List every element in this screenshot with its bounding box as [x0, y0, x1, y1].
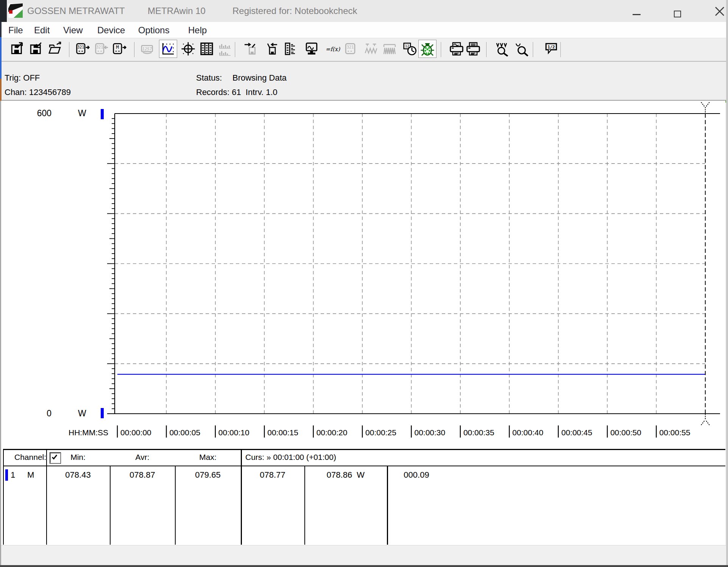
- y-axis-min-unit: W: [78, 408, 86, 419]
- menu-item-options[interactable]: Options: [138, 25, 170, 36]
- x-tick-label-00:00:45: 00:00:45: [561, 428, 592, 437]
- table-view-button[interactable]: [198, 40, 215, 58]
- menu-item-edit[interactable]: Edit: [34, 25, 50, 36]
- printer-icon: [466, 41, 481, 56]
- xy-view-button[interactable]: [179, 40, 197, 58]
- x-tick-label-00:00:15: 00:00:15: [267, 428, 298, 437]
- envelope-curves-button: [381, 40, 398, 58]
- table-column-divider: [110, 466, 111, 545]
- annotations-button[interactable]: 1/2: [542, 40, 560, 58]
- x-tick-label-00:00:40: 00:00:40: [512, 428, 543, 437]
- numeric-display-view-button: 1257: [139, 40, 156, 58]
- toolbar-separator: [134, 42, 135, 57]
- x-tick-label-00:00:10: 00:00:10: [218, 428, 249, 437]
- x-tick-label-00:00:35: 00:00:35: [463, 428, 494, 437]
- toolbar-separator: [235, 42, 236, 57]
- table-column-divider: [304, 466, 305, 545]
- crosshair-chart-icon: [181, 41, 196, 56]
- histogram-view-button: [216, 40, 234, 58]
- debug-mode-button[interactable]: [418, 40, 436, 58]
- waves-pair-icon: [364, 41, 379, 56]
- channel-list-icon: [284, 41, 299, 56]
- read-device-button[interactable]: 321: [74, 40, 92, 58]
- cell-min-value: 078.43: [55, 470, 101, 480]
- svg-text:=f(x): =f(x): [326, 46, 340, 53]
- x-axis-format-label: HH:MM:SS: [56, 428, 108, 437]
- time-sync-button[interactable]: 12: [401, 40, 419, 58]
- table-header-divider: [3, 466, 725, 466]
- export-data-button[interactable]: [242, 40, 259, 58]
- table-header-cursor: Curs: » 00:01:00 (+01:00): [245, 453, 336, 462]
- cell-delta-value: 000.09: [390, 470, 443, 480]
- table-header-max: Max:: [185, 453, 231, 462]
- x-tick-label-00:00:20: 00:00:20: [316, 428, 348, 437]
- save-export-button[interactable]: [8, 40, 26, 58]
- x-tick-label-00:00:30: 00:00:30: [414, 428, 445, 437]
- channel-color-marker: [5, 469, 8, 481]
- table-left-border: [3, 449, 4, 545]
- monitor-wave-icon: [304, 41, 319, 56]
- stop-device-read-button: 321: [93, 40, 111, 58]
- x-tick-label-00:00:50: 00:00:50: [610, 428, 641, 437]
- zoom-multi-curve-button[interactable]: [494, 40, 511, 58]
- waves-dense-icon: [382, 41, 397, 56]
- cell-cursor-left-value: 078.77: [250, 470, 295, 480]
- table-column-divider: [46, 450, 47, 545]
- disk-out-icon: [9, 41, 25, 56]
- meter-321-icon: 321: [343, 41, 359, 56]
- compare-curves-button: [363, 40, 380, 58]
- svg-text:M: M: [116, 44, 119, 50]
- y-axis-min-label: 0: [23, 408, 51, 419]
- x-tick-label-00:00:25: 00:00:25: [365, 428, 396, 437]
- table-column-divider: [175, 466, 176, 545]
- zoom-single-curve-button[interactable]: [513, 40, 530, 58]
- menu-item-help[interactable]: Help: [188, 25, 207, 36]
- x-tick-label-00:00:00: 00:00:00: [120, 428, 151, 437]
- menu-item-device[interactable]: Device: [97, 25, 125, 36]
- display-1257-icon: 1257: [140, 41, 155, 56]
- svg-text:1/2: 1/2: [547, 45, 555, 50]
- svg-text:321: 321: [96, 45, 103, 49]
- transfer-out-icon: [243, 41, 258, 56]
- x-tick-label-00:00:55: 00:00:55: [659, 428, 691, 437]
- table-header-avg: Avr:: [120, 453, 165, 462]
- magnifier-waves-icon: [495, 41, 510, 56]
- cell-cursor-right-value: 078.86 W: [315, 470, 376, 480]
- toolbar-separator: [69, 42, 70, 57]
- svg-text:1257: 1257: [142, 47, 152, 51]
- table-top-border: [3, 449, 725, 450]
- meter-321-in-icon: 321: [94, 41, 109, 56]
- formula-editor-button[interactable]: =f(x): [324, 40, 341, 58]
- online-display-button[interactable]: [303, 40, 320, 58]
- print-button[interactable]: [465, 40, 482, 58]
- bug-icon: [420, 41, 435, 56]
- save-as-button[interactable]: [27, 40, 45, 58]
- device-settings-button: 321: [342, 40, 360, 58]
- folder-icon: [47, 41, 62, 56]
- open-file-button[interactable]: [46, 40, 64, 58]
- disk-in-icon: [28, 41, 44, 56]
- table-column-divider: [241, 450, 242, 545]
- transfer-in-icon: [264, 41, 279, 56]
- channel-number: 1: [11, 470, 15, 480]
- cell-max-value: 079.65: [185, 470, 231, 480]
- cell-avg-value: 078.87: [120, 470, 165, 480]
- toolbar-separator: [533, 42, 534, 57]
- speech-bubble-icon: 1/2: [544, 41, 559, 56]
- menu-item-view[interactable]: View: [63, 25, 83, 36]
- waveform-chart-view-button[interactable]: [159, 40, 177, 58]
- import-data-button[interactable]: [263, 40, 280, 58]
- x-tick-label-00:00:05: 00:00:05: [169, 428, 200, 437]
- meter-m-out-icon: M: [112, 41, 127, 56]
- y-axis-max-unit: W: [78, 108, 86, 118]
- channel-scale-marker-top: [101, 109, 104, 119]
- wave-chart-icon: [161, 41, 176, 56]
- read-device-memory-button[interactable]: M: [111, 40, 128, 58]
- channel-scale-marker-bottom: [101, 408, 104, 418]
- svg-text:321: 321: [347, 45, 354, 49]
- menu-item-file[interactable]: File: [8, 25, 23, 36]
- svg-text:321: 321: [77, 45, 84, 49]
- channel-setup-button[interactable]: [282, 40, 300, 58]
- fx-icon: =f(x): [325, 41, 340, 56]
- print-graph-button[interactable]: [448, 40, 465, 58]
